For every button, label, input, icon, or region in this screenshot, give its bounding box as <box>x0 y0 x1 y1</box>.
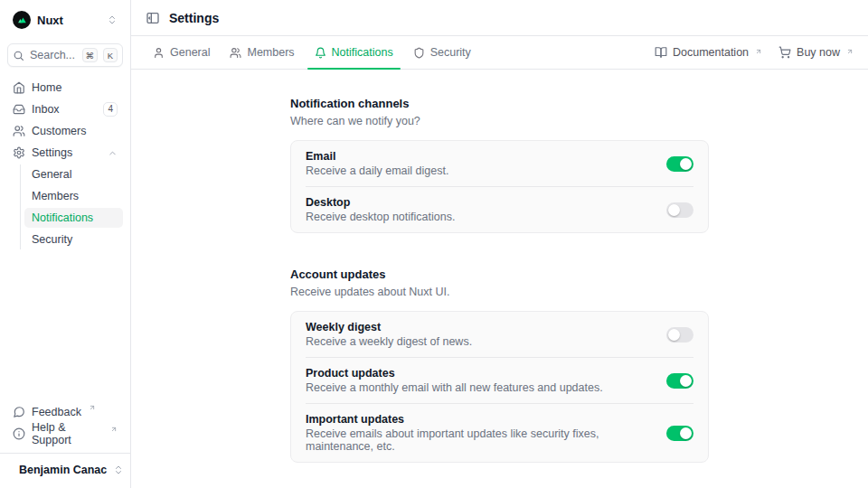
feedback-link[interactable]: Feedback <box>7 402 123 422</box>
account-updates-card: Weekly digest Receive a weekly digest of… <box>290 311 709 463</box>
tab-label: Notifications <box>332 46 393 59</box>
info-circle-icon <box>13 427 25 440</box>
gear-icon <box>13 146 25 159</box>
users-icon <box>13 125 25 137</box>
section-title: Account updates <box>290 267 709 281</box>
inbox-icon <box>13 103 25 116</box>
account-updates-section: Account updates Receive updates about Nu… <box>290 267 709 463</box>
product-updates-toggle[interactable] <box>666 373 693 389</box>
section-subtitle: Receive updates about Nuxt UI. <box>290 286 709 298</box>
tab-label: Members <box>247 46 294 59</box>
sidebar-item-home[interactable]: Home <box>7 78 123 98</box>
sidebar-footer: Feedback Help & Support Benjamin Canac <box>7 402 123 481</box>
user-icon <box>153 47 165 59</box>
setting-row-email: Email Receive a daily email digest. <box>291 141 708 186</box>
setting-row-desktop: Desktop Receive desktop notifications. <box>291 187 708 232</box>
bell-icon <box>315 47 326 59</box>
setting-label: Product updates <box>306 367 652 380</box>
setting-description: Receive a daily email digest. <box>306 164 652 177</box>
setting-description: Receive emails about important updates l… <box>306 427 652 453</box>
inbox-count-badge: 4 <box>103 102 118 117</box>
external-link-icon <box>89 404 96 411</box>
sidebar-item-label: General <box>32 168 116 181</box>
important-updates-toggle[interactable] <box>666 426 693 441</box>
tab-label: Security <box>430 46 471 59</box>
setting-label: Important updates <box>306 413 652 426</box>
settings-subnav: General Members Notifications Security <box>20 164 123 249</box>
sidebar-item-members[interactable]: Members <box>24 186 123 206</box>
setting-row-product-updates: Product updates Receive a monthly email … <box>291 358 708 403</box>
external-link-icon <box>755 48 762 55</box>
feedback-label: Feedback <box>32 406 81 418</box>
sidebar-item-label: Settings <box>32 146 101 159</box>
email-toggle[interactable] <box>666 156 693 172</box>
setting-row-important-updates: Important updates Receive emails about i… <box>291 404 708 462</box>
tab-members[interactable]: Members <box>222 36 301 69</box>
kbd-k: K <box>103 48 118 62</box>
buy-now-link[interactable]: Buy now <box>778 46 854 59</box>
sidebar-item-label: Security <box>32 233 116 246</box>
setting-description: Receive a weekly digest of news. <box>306 335 652 348</box>
desktop-toggle[interactable] <box>666 202 693 218</box>
kbd-meta: ⌘ <box>82 48 99 62</box>
search-input[interactable]: ⌘ K <box>7 43 123 67</box>
sidebar-item-label: Customers <box>32 125 118 137</box>
nuxt-logo-icon <box>13 11 31 29</box>
help-support-label: Help & Support <box>32 421 103 446</box>
main-panel: Settings General Members Notifications S… <box>131 0 868 488</box>
notification-channels-section: Notification channels Where can we notif… <box>290 97 709 233</box>
setting-label: Desktop <box>306 196 652 209</box>
page-header: Settings <box>131 0 868 36</box>
sidebar-item-label: Home <box>32 81 118 94</box>
workspace-name: Nuxt <box>37 14 100 27</box>
notification-channels-card: Email Receive a daily email digest. Desk… <box>290 140 709 233</box>
user-menu[interactable]: Benjamin Canac <box>7 455 123 481</box>
external-link-icon <box>110 426 118 433</box>
divider <box>0 453 130 454</box>
chevrons-up-down-icon <box>113 465 124 475</box>
documentation-link[interactable]: Documentation <box>655 46 762 59</box>
shopping-cart-icon <box>778 46 791 59</box>
chevron-up-icon <box>108 148 118 158</box>
sidebar-item-label: Inbox <box>32 103 97 116</box>
section-subtitle: Where can we notify you? <box>290 115 709 127</box>
setting-description: Receive a monthly email with all new fea… <box>306 381 652 394</box>
shield-icon <box>413 47 425 59</box>
external-link-icon <box>846 48 854 55</box>
sidebar-item-customers[interactable]: Customers <box>7 121 123 141</box>
book-open-icon <box>655 46 667 59</box>
help-support-link[interactable]: Help & Support <box>7 424 123 444</box>
buy-now-label: Buy now <box>797 46 840 59</box>
tab-security[interactable]: Security <box>406 36 478 69</box>
setting-description: Receive desktop notifications. <box>306 211 652 223</box>
sidebar: Nuxt ⌘ K Home Inbox 4 Customers Settings <box>0 0 131 488</box>
message-circle-icon <box>13 406 25 418</box>
home-icon <box>13 81 25 94</box>
user-name: Benjamin Canac <box>19 464 107 476</box>
users-icon <box>230 47 241 59</box>
setting-label: Email <box>306 150 652 163</box>
setting-label: Weekly digest <box>306 321 652 333</box>
tabbar-links: Documentation Buy now <box>655 36 854 69</box>
workspace-selector[interactable]: Nuxt <box>7 7 123 33</box>
tab-label: General <box>170 46 210 59</box>
sidebar-item-settings[interactable]: Settings <box>7 143 123 163</box>
sidebar-item-general[interactable]: General <box>24 164 123 184</box>
setting-row-weekly-digest: Weekly digest Receive a weekly digest of… <box>291 312 708 357</box>
section-title: Notification channels <box>290 97 709 110</box>
sidebar-item-inbox[interactable]: Inbox 4 <box>7 99 123 119</box>
sidebar-item-notifications[interactable]: Notifications <box>24 208 123 228</box>
chevrons-up-down-icon <box>107 14 118 25</box>
collapse-sidebar-icon[interactable] <box>146 11 160 25</box>
settings-content: Notification channels Where can we notif… <box>131 70 868 488</box>
tab-general[interactable]: General <box>146 36 217 69</box>
sidebar-item-label: Notifications <box>32 211 116 224</box>
weekly-digest-toggle[interactable] <box>666 327 693 343</box>
documentation-label: Documentation <box>673 46 749 59</box>
sidebar-item-label: Members <box>32 190 116 202</box>
search-field[interactable] <box>30 49 77 61</box>
tab-notifications[interactable]: Notifications <box>307 36 401 69</box>
search-icon <box>13 50 24 61</box>
page-title: Settings <box>169 11 219 25</box>
sidebar-item-security[interactable]: Security <box>24 230 123 249</box>
